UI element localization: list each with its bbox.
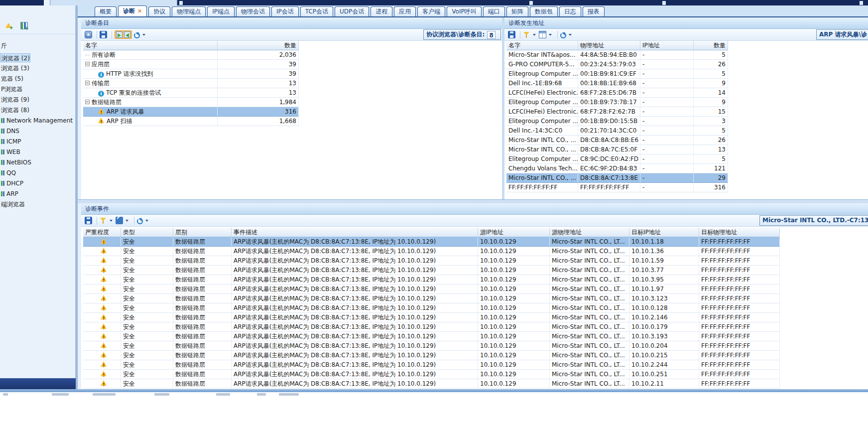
diagnosis-item-row[interactable]: 所有诊断2,036 — [83, 50, 299, 60]
add-diagnosis-icon[interactable] — [5, 22, 12, 29]
tab-进程[interactable]: 进程 — [371, 6, 392, 16]
refresh-dropdown-caret[interactable] — [142, 34, 145, 36]
refresh-icon[interactable] — [134, 32, 140, 38]
tab-端口[interactable]: 端口 — [483, 6, 505, 16]
sidebar-item-浏览器-(2)[interactable]: 浏览器 (2) — [0, 53, 30, 62]
column-header-类型[interactable]: 类型 — [121, 228, 173, 237]
event-row[interactable]: 安全数据链路层ARP请求风暴(主机的MAC为 D8:CB:8A:C7:13:8E… — [83, 313, 780, 322]
analysis-settings-icon[interactable] — [85, 31, 92, 38]
save-icon[interactable] — [508, 31, 515, 38]
tab-IP会话[interactable]: IP会话 — [271, 6, 299, 16]
export-to-browser-icon[interactable] — [116, 31, 123, 38]
sidebar-item-dhcp[interactable]: DHCP — [0, 179, 23, 188]
tab-TCP会话[interactable]: TCP会话 — [300, 6, 333, 16]
column-header-源IP地址[interactable]: 源IP地址 — [478, 228, 550, 237]
address-row[interactable]: FF:FF:FF:FF:FF:FFFF:FF:FF:FF:FF:FF-316 — [506, 183, 728, 192]
event-row[interactable]: 安全数据链路层ARP请求风暴(主机的MAC为 D8:CB:8A:C7:13:8E… — [83, 332, 780, 341]
diagnosis-item-row[interactable]: ARP 扫描1,668 — [83, 117, 299, 126]
diagnosis-item-row[interactable]: ARP 请求风暴316 — [83, 107, 299, 117]
sidebar-item-netbios[interactable]: NetBIOS — [0, 158, 31, 167]
tab-UDP会话[interactable]: UDP会话 — [335, 6, 369, 16]
tab-矩阵[interactable]: 矩阵 — [506, 6, 528, 16]
address-row[interactable]: Elitegroup Computer ...00:1B:B9:73:7B:17… — [506, 98, 728, 107]
address-row[interactable]: G-PRO COMPUTER-5...00:23:24:53:79:03-26 — [506, 60, 728, 69]
locate-dropdown-caret[interactable] — [125, 220, 128, 222]
event-row[interactable]: 安全数据链路层ARP请求风暴(主机的MAC为 D8:CB:8A:C7:13:8E… — [83, 275, 780, 285]
sidebar-item-p浏览器[interactable]: P浏览器 — [0, 85, 22, 94]
diagnosis-item-row[interactable]: 数据链路层1,984 — [83, 98, 299, 107]
event-row[interactable]: 安全数据链路层ARP请求风暴(主机的MAC为 D8:CB:8A:C7:13:8E… — [83, 247, 780, 256]
event-row[interactable]: 安全数据链路层ARP请求风暴(主机的MAC为 D8:CB:8A:C7:13:8E… — [83, 360, 780, 370]
address-row[interactable]: LCFC(HeFei) Electronic...68:F7:28:F2:62:… — [506, 107, 728, 117]
tab-物理端点[interactable]: 物理端点 — [172, 6, 206, 16]
save-icon[interactable] — [100, 31, 107, 38]
address-row[interactable]: Elitegroup Computer ...00:1B:B9:81:C9:EF… — [506, 69, 728, 79]
event-row[interactable]: 安全数据链路层ARP请求风暴(主机的MAC为 D8:CB:8A:C7:13:8E… — [83, 341, 780, 351]
address-row[interactable]: LCFC(HeFei) Electronic...68:F7:28:E5:D6:… — [506, 88, 728, 98]
diagnosis-item-row[interactable]: 传输层13 — [83, 79, 299, 88]
sidebar-item-览器-(5)[interactable]: 览器 (5) — [0, 74, 23, 83]
add-chart-icon[interactable] — [20, 22, 28, 29]
sidebar-item-icmp[interactable]: ICMP — [0, 137, 21, 146]
column-header-目标IP地址[interactable]: 目标IP地址 — [629, 228, 699, 237]
address-row[interactable]: Micro-Star INTL CO., ...D8:CB:8A:C8:BB:E… — [506, 136, 728, 145]
tab-物理会话[interactable]: 物理会话 — [236, 6, 270, 16]
column-header-目标物理地址[interactable]: 目标物理地址 — [699, 228, 780, 237]
refresh-dropdown-caret[interactable] — [145, 220, 148, 222]
tab-close-icon[interactable]: ✕ — [137, 8, 142, 14]
horizontal-splitter[interactable] — [78, 199, 868, 203]
tab-IP端点[interactable]: IP端点 — [207, 6, 235, 16]
column-header-事件描述[interactable]: 事件描述 — [232, 228, 478, 237]
tab-日志[interactable]: 日志 — [559, 6, 581, 16]
filter-dropdown-caret[interactable] — [110, 220, 113, 222]
event-row[interactable]: 安全数据链路层ARP请求风暴(主机的MAC为 D8:CB:8A:C7:13:8E… — [83, 351, 780, 360]
event-row[interactable]: 安全数据链路层ARP请求风暴(主机的MAC为 D8:CB:8A:C7:13:8E… — [83, 294, 780, 303]
event-row[interactable]: 安全数据链路层ARP请求风暴(主机的MAC为 D8:CB:8A:C7:13:8E… — [83, 285, 780, 294]
sidebar-item-arp[interactable]: ARP — [0, 189, 18, 198]
sidebar-item-dns[interactable]: DNS — [0, 127, 19, 136]
address-row[interactable]: Micro-Star INTL CO., ...D8:CB:8A:7C:E5:0… — [506, 145, 728, 154]
tab-报表[interactable]: 报表 — [583, 6, 605, 16]
event-row[interactable]: 安全数据链路层ARP请求风暴(主机的MAC为 D8:CB:8A:C7:13:8E… — [83, 322, 780, 332]
column-dropdown-caret[interactable] — [549, 34, 552, 36]
filter-icon[interactable] — [100, 217, 107, 224]
locate-icon[interactable] — [116, 217, 123, 224]
sidebar-item-端浏览器[interactable]: 端浏览器 — [0, 200, 25, 209]
sidebar-item-斤[interactable]: 斤 — [0, 41, 7, 50]
filter-icon[interactable] — [523, 31, 530, 38]
tree-collapse-icon[interactable] — [85, 62, 90, 66]
event-row[interactable]: 安全数据链路层ARP请求风暴(主机的MAC为 D8:CB:8A:C7:13:8E… — [83, 370, 780, 379]
column-header-数量[interactable]: 数量 — [694, 41, 728, 50]
tab-客户端[interactable]: 客户端 — [417, 6, 445, 16]
filter-dropdown-caret[interactable] — [533, 34, 536, 36]
sidebar-item-浏览器-(8)[interactable]: 浏览器 (8) — [0, 106, 29, 115]
event-row[interactable]: 安全数据链路层ARP请求风暴(主机的MAC为 D8:CB:8A:C7:13:8E… — [83, 256, 780, 266]
refresh-dropdown-caret[interactable] — [569, 34, 572, 36]
import-from-browser-icon[interactable] — [124, 31, 130, 38]
tree-collapse-icon[interactable] — [85, 100, 90, 104]
column-settings-icon[interactable] — [539, 31, 546, 38]
sidebar-item-浏览器-(3)[interactable]: 浏览器 (3) — [0, 64, 29, 73]
tab-诊断[interactable]: 诊断✕ — [118, 5, 147, 16]
column-header-名字[interactable]: 名字 — [83, 41, 218, 50]
column-header-源物理地址[interactable]: 源物理地址 — [550, 228, 629, 237]
sidebar-item-network-management[interactable]: Network Management — [0, 116, 73, 125]
address-row[interactable]: Dell Inc.-1E:B9:6800:18:8B:1E:B9:68-9 — [506, 79, 728, 88]
tab-协议[interactable]: 协议 — [148, 6, 170, 16]
address-row[interactable]: Elitegroup Computer ...00:1B:B9:D0:15:5B… — [506, 117, 728, 126]
column-header-严重程度[interactable]: 严重程度 — [83, 228, 121, 237]
address-row[interactable]: Elitegroup Computer ...C8:9C:DC:E0:A2:FD… — [506, 154, 728, 164]
tab-应用[interactable]: 应用 — [394, 6, 416, 16]
address-row[interactable]: Micro-Star INT&apos...44:8A:5B:94:EB:B0-… — [506, 50, 728, 60]
sidebar-item-qq[interactable]: QQ — [0, 168, 16, 177]
event-row[interactable]: 安全数据链路层ARP请求风暴(主机的MAC为 D8:CB:8A:C7:13:8E… — [83, 303, 780, 313]
tab-数据包[interactable]: 数据包 — [530, 6, 558, 16]
column-header-IP地址[interactable]: IP地址 — [640, 41, 694, 50]
refresh-icon[interactable] — [137, 218, 143, 224]
sidebar-item-web[interactable]: WEB — [0, 147, 20, 156]
tab-VoIP呼叫[interactable]: VoIP呼叫 — [447, 6, 481, 16]
column-header-名字[interactable]: 名字 — [506, 41, 578, 50]
event-row[interactable]: 安全数据链路层ARP请求风暴(主机的MAC为 D8:CB:8A:C7:13:8E… — [83, 237, 780, 247]
diagnosis-item-row[interactable]: iTCP 重复的连接尝试13 — [83, 88, 299, 98]
save-icon[interactable] — [85, 217, 92, 224]
